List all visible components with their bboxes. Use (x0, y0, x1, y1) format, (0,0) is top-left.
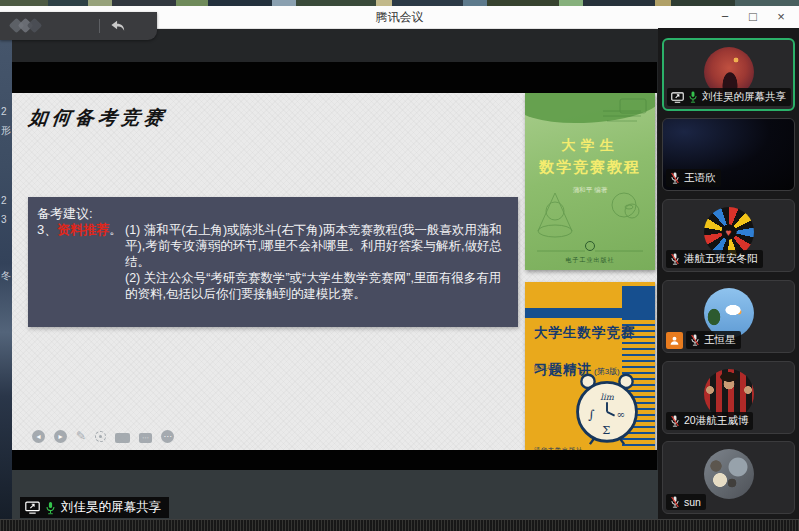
advice-points: (1) 蒲和平(右上角)或陈兆斗(右下角)两本竞赛教程(我一般喜欢用蒲和平),考… (125, 222, 506, 302)
desktop-icon-label: 2 (1, 195, 12, 206)
participant-name: 王恒星 (704, 333, 736, 347)
svg-text:lim: lim (600, 392, 614, 402)
book1-title: 大学生 数学竞赛教程 (525, 137, 655, 177)
participant-label: 20港航王威博 (666, 412, 753, 430)
advice-box: 备考建议: 3、资料推荐。 (1) 蒲和平(右上角)或陈兆斗(右下角)两本竞赛教… (28, 197, 518, 327)
participant-name: 王语欣 (684, 171, 716, 185)
participant-name: 港航五班安冬阳 (684, 252, 758, 266)
presenter-toolbar: ◂ ▸ ✎ ⋯ ⋯ (32, 430, 174, 443)
maximize-button[interactable]: □ (741, 7, 765, 27)
svg-text:Σ: Σ (602, 423, 610, 437)
letterbox-bottom (12, 450, 657, 470)
book2-blue-square (622, 286, 655, 320)
participant-tile[interactable]: 王语欣 (662, 118, 795, 191)
mic-on-icon (688, 91, 698, 103)
next-slide-icon[interactable]: ▸ (54, 430, 67, 443)
participant-tile[interactable]: sun (662, 441, 795, 514)
book2-clock-illustration: lim ∫ ∞ Σ (569, 370, 645, 446)
participant-label: sun (666, 494, 706, 510)
mic-muted-icon (670, 172, 680, 184)
comment-icon[interactable]: ⋯ (139, 431, 152, 443)
advice-point-1: (1) 蒲和平(右上角)或陈兆斗(右下角)两本竞赛教程(我一般喜欢用蒲和平),考… (125, 222, 506, 270)
avatar (704, 449, 754, 499)
window-controls: − □ × (713, 6, 793, 28)
highlighted-keyword: 资料推荐 (57, 222, 109, 237)
mic-muted-icon (690, 334, 700, 346)
screen-share-icon (25, 501, 40, 514)
prev-slide-icon[interactable]: ◂ (32, 430, 45, 443)
book-cover-exercise-book: 大学生数学竞赛 习题精讲(第3版) 陈兆斗 等 编著 lim ∫ ∞ Σ 清华大… (525, 282, 655, 460)
tencent-meeting-window: 腾讯会议 − □ × 2 形 2 3 冬 如何备考竞赛 备考建议: 3、资料推荐… (0, 0, 799, 531)
desktop-icon-label: 3 (1, 214, 12, 225)
participant-tile-sharer[interactable]: 刘佳昊的屏幕共享 (662, 38, 795, 111)
mic-muted-icon (670, 496, 680, 508)
meeting-logo-icon (9, 18, 43, 34)
laser-pointer-icon[interactable] (95, 431, 106, 442)
mic-on-icon (45, 501, 56, 515)
book1-publisher: 电子工业出版社 (525, 238, 655, 265)
desktop-icon-label: 冬 (1, 269, 12, 283)
screen-share-banner: 刘佳昊的屏幕共享 (20, 497, 169, 518)
participant-name: sun (684, 496, 701, 508)
desktop-icon-label: 形 (1, 124, 12, 138)
desktop-icon-label: 2 (1, 106, 12, 117)
taskbar-strip (0, 519, 799, 531)
advice-item-label: 3、资料推荐。 (37, 222, 125, 302)
svg-text:∫: ∫ (588, 408, 595, 422)
book1-authors: 蒲和平 编著 (525, 186, 655, 195)
minimize-button[interactable]: − (713, 7, 737, 27)
close-button[interactable]: × (769, 7, 793, 27)
participants-sidebar: 刘佳昊的屏幕共享 王语欣 ♥ 港航五班安冬阳 (658, 28, 799, 531)
participant-label: 港航五班安冬阳 (666, 250, 763, 268)
participant-label: 王语欣 (666, 169, 721, 187)
slide-title: 如何备考竞赛 (28, 105, 169, 131)
mic-muted-icon (670, 253, 680, 265)
participant-tile[interactable]: ♥ 港航五班安冬阳 (662, 199, 795, 272)
member-badge-icon (666, 332, 683, 349)
annotation-toolbar (0, 12, 157, 40)
more-icon[interactable]: ⋯ (161, 430, 174, 443)
participant-name: 刘佳昊的屏幕共享 (702, 90, 786, 104)
toolbar-divider (99, 19, 100, 33)
advice-point-2: (2) 关注公众号“考研竞赛数学”或“大学生数学竞赛网”,里面有很多有用的资料,… (125, 270, 506, 302)
book2-blue-bar (525, 308, 622, 318)
share-banner-label: 刘佳昊的屏幕共享 (61, 499, 161, 516)
advice-header: 备考建议: (37, 206, 506, 221)
participant-tile[interactable]: 王恒星 (662, 280, 795, 353)
undo-arrow-icon[interactable] (110, 19, 127, 34)
book-cover-competition-tutorial: 大学生 数学竞赛教程 蒲和平 编著 电子工业出版社 (525, 93, 655, 270)
publisher-logo-icon (585, 241, 595, 251)
pen-icon[interactable]: ✎ (76, 430, 86, 443)
participant-name: 20港航王威博 (684, 414, 748, 428)
participant-label: 刘佳昊的屏幕共享 (667, 88, 791, 106)
shared-slide: 如何备考竞赛 备考建议: 3、资料推荐。 (1) 蒲和平(右上角)或陈兆斗(右下… (12, 93, 657, 450)
mic-muted-icon (670, 415, 680, 427)
shared-desktop-edge: 2 形 2 3 冬 (0, 28, 12, 519)
svg-text:∞: ∞ (617, 408, 626, 420)
screen-share-icon (671, 92, 684, 103)
video-icon[interactable] (115, 431, 130, 443)
participant-label: 王恒星 (686, 331, 741, 349)
participant-tile[interactable]: 20港航王威博 (662, 361, 795, 434)
letterbox-top (12, 62, 657, 93)
